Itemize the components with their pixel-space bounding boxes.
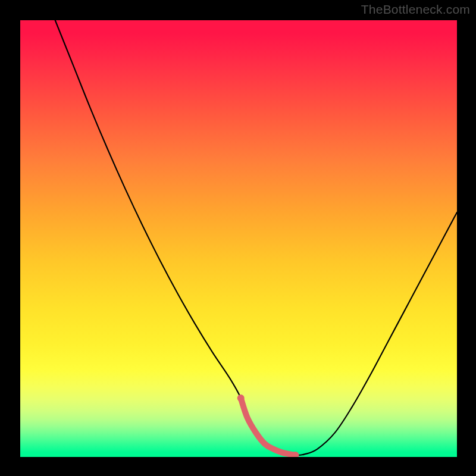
curve-layer: [20, 20, 457, 457]
watermark-text: TheBottleneck.com: [361, 2, 470, 17]
plot-area: [20, 20, 457, 457]
highlight-segment: [241, 398, 296, 455]
bottleneck-curve: [55, 20, 457, 455]
chart-frame: TheBottleneck.com: [0, 0, 476, 476]
highlight-start-dot: [237, 394, 245, 402]
